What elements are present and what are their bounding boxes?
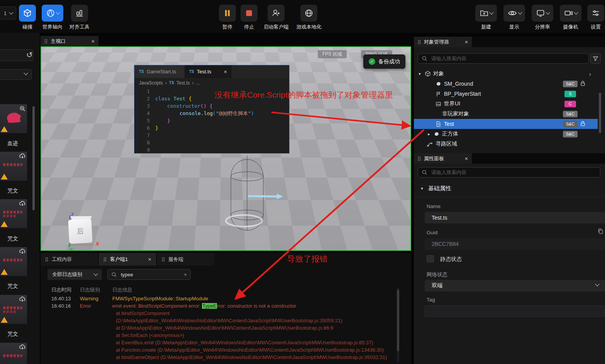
eye-icon: [503, 5, 525, 22]
filter-button[interactable]: [590, 53, 601, 64]
asset-card[interactable]: [0, 247, 27, 276]
close-icon[interactable]: ×: [92, 38, 95, 44]
sidebar-scrollbar[interactable]: [32, 106, 35, 210]
code-editor[interactable]: TS GameStart.ts TS Test.ts × JavaScripts…: [134, 65, 290, 154]
tree-row-navmesh[interactable]: 寻路区域: [414, 139, 598, 149]
resolution-button[interactable]: 分辨率: [530, 5, 555, 30]
orientation-gizmo[interactable]: Z 后 X Y: [66, 212, 100, 251]
breadcrumb[interactable]: JavaScripts › TS Test.ts › ...: [134, 78, 289, 88]
tab-client1[interactable]: 客户端1 ×: [99, 253, 156, 266]
properties-search-input[interactable]: [430, 169, 597, 176]
close-icon[interactable]: ×: [465, 156, 468, 162]
asset-card[interactable]: [0, 199, 27, 228]
expand-arrow-icon: ▾: [419, 186, 425, 191]
tab-test[interactable]: TS Test.ts ×: [185, 65, 232, 78]
log-search-input[interactable]: [120, 271, 181, 278]
log-row-warning[interactable]: 16:40:13 Warning FMWSysTypeScriptModule:…: [41, 295, 397, 302]
pause-button[interactable]: 暂停: [215, 5, 240, 30]
tree-row-cube[interactable]: ▸ 正方体 S&C: [414, 129, 598, 139]
editor-tabbar: TS GameStart.ts TS Test.ts ×: [134, 65, 289, 78]
backup-toast: ✓ 备份成功: [363, 54, 405, 69]
tree-row-test-selected[interactable]: Test S&C: [414, 119, 598, 129]
settings-button[interactable]: 设置: [584, 5, 605, 30]
lock-icon[interactable]: [580, 80, 586, 86]
cloud-download-icon[interactable]: [19, 153, 26, 159]
name-input[interactable]: Test.ts: [425, 212, 605, 223]
log-list[interactable]: 日志时间 日志级别 日志信息 16:40:13 Warning FMWSysTy…: [41, 286, 397, 364]
localization-button[interactable]: 游戏本地化: [293, 5, 324, 30]
object-tree-scrollbar[interactable]: [599, 93, 601, 133]
cloud-download-icon[interactable]: [19, 296, 26, 302]
tag-label: Tag: [427, 297, 435, 303]
asset-card[interactable]: [0, 104, 27, 133]
ts-file-icon: TS: [169, 81, 174, 85]
console-panel: 工程内容 客户端1 × 服务端 全部日志级别 × 日志时间 日志级别 日志信息: [41, 253, 411, 364]
tree-row-root[interactable]: ▾ 对象 ›: [414, 69, 598, 79]
world-axis-button[interactable]: 世界轴向: [39, 5, 66, 30]
network-badge: S&C: [563, 81, 578, 87]
asset-card[interactable]: [0, 343, 27, 364]
close-icon[interactable]: ×: [224, 69, 227, 75]
zoom-in-icon[interactable]: [19, 105, 26, 112]
refresh-icon[interactable]: ↺: [26, 50, 33, 59]
drag-handle-icon[interactable]: [162, 257, 165, 262]
display-button[interactable]: 显示: [502, 5, 527, 30]
network-state-select[interactable]: 双端: [425, 280, 605, 291]
tab-server[interactable]: 服务端: [157, 253, 214, 266]
collision-button[interactable]: 碰撞: [15, 5, 40, 30]
clear-search-icon[interactable]: ×: [184, 272, 187, 278]
close-icon[interactable]: ×: [465, 39, 468, 45]
drag-handle-icon[interactable]: [103, 257, 107, 262]
tab-properties[interactable]: 属性面板 ×: [414, 153, 472, 164]
object-search[interactable]: [418, 53, 589, 64]
drag-handle-icon[interactable]: [418, 40, 421, 44]
lock-icon[interactable]: [580, 120, 586, 127]
tree-row-npc[interactable]: 非玩家对象 S&C: [414, 109, 598, 119]
chevron-down-icon: [93, 271, 98, 276]
expand-arrow-icon[interactable]: ▾: [417, 71, 422, 76]
gizmo-cube-face[interactable]: 后: [68, 218, 92, 244]
drag-handle-icon[interactable]: [45, 257, 48, 262]
drag-handle-icon[interactable]: [418, 156, 421, 161]
tree-row-smground[interactable]: SM_Ground S&C: [414, 79, 598, 89]
tree-row-worldui[interactable]: 世界UI C: [414, 99, 598, 109]
asset-filter-select[interactable]: [0, 69, 32, 80]
tab-project-content[interactable]: 工程内容: [41, 253, 98, 266]
display-label: 显示: [502, 24, 527, 30]
start-client-label: 启动客户端: [261, 24, 291, 30]
cube-icon: [425, 71, 431, 77]
object-search-input[interactable]: [430, 55, 585, 62]
network-badge: S&C: [563, 111, 578, 117]
log-row-error[interactable]: 16:40:16 Error emit event: BindScriptCom…: [41, 302, 397, 310]
camera-button[interactable]: 摄像机: [558, 5, 583, 30]
close-icon[interactable]: ×: [148, 256, 151, 262]
collapse-arrow-icon[interactable]: ▸: [426, 132, 432, 137]
log-level-filter[interactable]: 全部日志级别: [47, 269, 102, 280]
properties-search[interactable]: [418, 167, 600, 178]
tab-gamestart[interactable]: TS GameStart.ts: [134, 65, 185, 78]
tree-row-playerstart[interactable]: BP_PlayerStart S: [414, 89, 598, 99]
copy-icon[interactable]: [597, 228, 603, 234]
asset-card[interactable]: [0, 295, 27, 324]
properties-panel: 属性面板 × ▾ 基础属性 Name Test.ts Guid 2BCC7B84…: [414, 153, 605, 364]
drag-handle-icon[interactable]: [44, 39, 47, 44]
tab-object-manager[interactable]: 对象管理器 ×: [414, 37, 472, 47]
viewport-count-select[interactable]: 1: [0, 7, 16, 20]
new-button[interactable]: 新建: [474, 5, 498, 30]
static-state-checkbox[interactable]: [427, 255, 434, 262]
start-client-button[interactable]: 启动客户端: [261, 5, 291, 30]
section-basic-properties[interactable]: ▾ 基础属性: [419, 185, 451, 192]
cloud-download-icon[interactable]: [19, 248, 26, 254]
tag-input[interactable]: [425, 305, 605, 317]
asset-card[interactable]: [0, 152, 27, 181]
chevron-right-icon[interactable]: ›: [589, 71, 591, 77]
warning-icon: [1, 174, 8, 179]
object-manager-title: 对象管理器: [424, 39, 449, 46]
cloud-download-icon[interactable]: [19, 200, 26, 207]
cloud-download-icon[interactable]: [19, 344, 26, 350]
stop-button[interactable]: 停止: [237, 5, 261, 30]
log-search[interactable]: ×: [107, 269, 191, 280]
log-scrollbar-thumb[interactable]: [397, 290, 399, 351]
tab-main-viewport[interactable]: 主视口 ×: [41, 36, 98, 46]
align-tool-button[interactable]: 对齐工具: [67, 5, 92, 30]
